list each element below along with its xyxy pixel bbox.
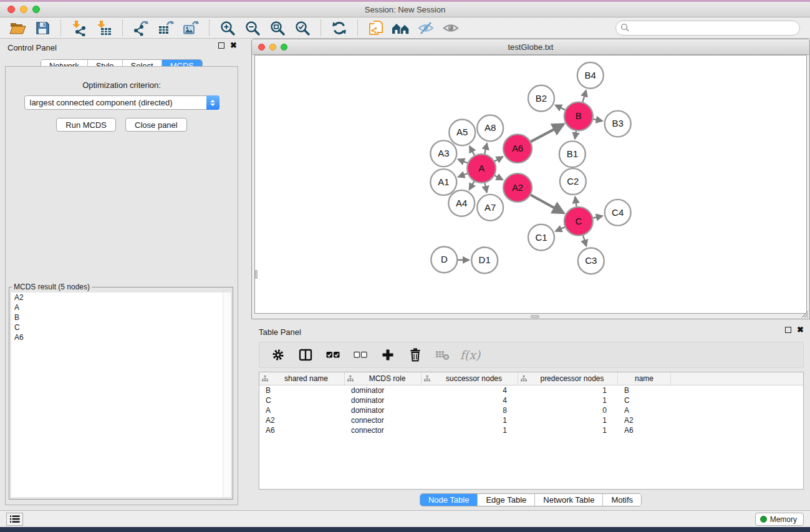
graph-node-A6[interactable]: A6 — [503, 134, 532, 163]
table-row[interactable]: Cdominator41C — [259, 395, 803, 405]
search-field[interactable] — [615, 21, 800, 36]
graph-node-A3[interactable]: A3 — [430, 140, 456, 167]
graph-node-B2[interactable]: B2 — [528, 85, 554, 112]
column-header-predecessor-nodes[interactable]: predecessor nodes — [518, 372, 618, 385]
table-settings-button[interactable] — [264, 344, 292, 366]
export-table-button[interactable] — [153, 19, 178, 37]
open-file-button[interactable] — [5, 19, 30, 37]
close-panel-icon[interactable]: ✖ — [797, 327, 804, 333]
tab-motifs[interactable]: Motifs — [603, 494, 641, 506]
graph-edge-A-A1[interactable] — [458, 173, 468, 177]
import-network-button[interactable] — [67, 19, 92, 37]
column-header-name[interactable]: name — [618, 372, 671, 385]
column-header-MCDS-role[interactable]: MCDS role — [345, 372, 422, 385]
graph-edge-A2-C[interactable] — [531, 195, 564, 213]
graph-node-B3[interactable]: B3 — [605, 111, 631, 137]
first-neighbors-button[interactable] — [388, 19, 413, 37]
result-item-a2[interactable]: A2 — [11, 293, 231, 302]
graph-edge-A-A8[interactable] — [485, 143, 487, 154]
hide-selected-button[interactable] — [413, 19, 438, 37]
float-panel-icon[interactable] — [218, 42, 224, 49]
graph-node-A[interactable]: A — [467, 154, 496, 183]
graph-node-A2[interactable]: A2 — [503, 173, 532, 202]
graph-edge-A-A2[interactable] — [494, 175, 503, 180]
result-scrollbar[interactable] — [223, 293, 231, 497]
delete-column-button[interactable] — [402, 344, 429, 366]
add-column-button[interactable] — [374, 344, 402, 366]
show-all-button[interactable] — [438, 19, 463, 37]
function-builder-button[interactable]: f(x) — [456, 344, 484, 366]
deselect-all-button[interactable] — [347, 344, 374, 366]
delete-table-button[interactable] — [429, 344, 456, 366]
memory-button[interactable]: Memory — [755, 513, 804, 526]
mcds-result-list[interactable]: A2ABCA6 — [11, 293, 231, 497]
graph-node-B1[interactable]: B1 — [559, 141, 586, 167]
graph-node-C[interactable]: C — [564, 207, 593, 236]
export-image-button[interactable] — [178, 19, 203, 37]
resize-grip-icon[interactable] — [801, 310, 809, 318]
close-panel-icon[interactable]: ✖ — [230, 42, 237, 49]
result-item-a6[interactable]: A6 — [11, 332, 231, 342]
table-row[interactable]: Bdominator41B — [259, 385, 803, 395]
result-item-c[interactable]: C — [11, 322, 231, 332]
table-row[interactable]: Adominator80A — [259, 405, 803, 415]
run-mcds-button[interactable]: Run MCDS — [56, 118, 116, 132]
graph-edge-C-C1[interactable] — [556, 227, 565, 231]
graph-edge-B-B2[interactable] — [555, 105, 565, 110]
select-all-button[interactable] — [319, 344, 347, 366]
graph-node-C4[interactable]: C4 — [605, 200, 631, 226]
tab-edge-table[interactable]: Edge Table — [478, 494, 535, 506]
graph-edge-A-A3[interactable] — [458, 159, 468, 163]
table-row[interactable]: A2connector11A2 — [259, 415, 803, 425]
search-input[interactable] — [630, 22, 799, 34]
graph-edge-A-A5[interactable] — [470, 146, 475, 155]
tab-node-table[interactable]: Node Table — [420, 494, 478, 506]
column-header-successor-nodes[interactable]: successor nodes — [422, 372, 518, 385]
graph-node-B[interactable]: B — [564, 102, 593, 131]
close-panel-button[interactable]: Close panel — [125, 118, 187, 132]
zoom-out-button[interactable] — [240, 19, 265, 37]
criterion-dropdown[interactable]: largest connected component (directed) — [24, 95, 219, 110]
save-session-button[interactable] — [30, 19, 55, 37]
graph-edge-C-C2[interactable] — [575, 197, 576, 206]
graph-node-A5[interactable]: A5 — [449, 120, 475, 146]
graph-node-C1[interactable]: C1 — [528, 225, 554, 251]
import-table-button[interactable] — [92, 19, 117, 37]
network-window-titlebar[interactable]: testGlobe.txt — [252, 39, 809, 55]
graph-edge-A6-B[interactable] — [531, 124, 564, 142]
graph-node-C2[interactable]: C2 — [560, 168, 586, 195]
table-row[interactable]: A6connector11A6 — [259, 425, 803, 435]
graph-node-A8[interactable]: A8 — [477, 115, 503, 142]
network-canvas[interactable]: B4B2BB3A8A5A6A3B1AA1C2A2A4A7C4CC1DD1C3 — [254, 55, 807, 314]
refresh-button[interactable] — [327, 19, 352, 37]
graph-edge-B-B3[interactable] — [593, 119, 602, 121]
graph-node-A7[interactable]: A7 — [477, 195, 503, 221]
graph-node-A1[interactable]: A1 — [430, 169, 456, 195]
graph-edge-C-C4[interactable] — [593, 216, 602, 218]
zoom-fit-button[interactable] — [265, 19, 290, 37]
new-network-from-selection-button[interactable] — [364, 19, 388, 37]
tab-network-table[interactable]: Network Table — [535, 494, 603, 506]
graph-node-C3[interactable]: C3 — [578, 248, 604, 274]
show-columns-button[interactable] — [292, 344, 319, 366]
zoom-in-button[interactable] — [215, 19, 240, 37]
graph-edge-A-A6[interactable] — [494, 157, 503, 161]
float-panel-icon[interactable] — [785, 327, 791, 333]
result-item-a[interactable]: A — [11, 302, 231, 312]
graph-edge-B-B1[interactable] — [575, 131, 576, 139]
task-history-button[interactable] — [6, 513, 23, 526]
graph-edge-A-A7[interactable] — [485, 183, 486, 192]
network-vertical-scrollbar[interactable] — [255, 270, 258, 279]
graph-edge-B-B4[interactable] — [582, 90, 586, 102]
graph-node-D1[interactable]: D1 — [471, 248, 498, 274]
graph-node-B4[interactable]: B4 — [577, 62, 604, 89]
column-header-shared-name[interactable]: shared name — [259, 372, 345, 385]
graph-edge-C-C3[interactable] — [583, 236, 586, 246]
graph-node-A4[interactable]: A4 — [448, 190, 475, 216]
zoom-selected-button[interactable] — [290, 19, 315, 37]
network-horizontal-scrollbar[interactable] — [531, 315, 539, 318]
graph-node-D[interactable]: D — [431, 247, 457, 273]
export-network-button[interactable] — [128, 19, 153, 37]
graph-edge-A-A4[interactable] — [470, 181, 475, 190]
result-item-b[interactable]: B — [11, 312, 231, 322]
